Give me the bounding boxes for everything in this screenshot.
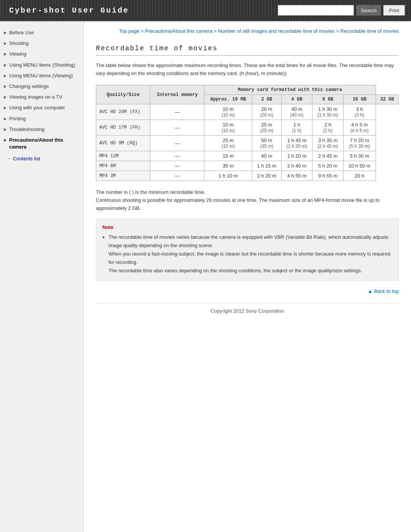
table-row: AVC HD 17M (FH)—10 m(10 m)25 m(25 m)1 h(… <box>96 120 399 136</box>
title-divider <box>96 55 399 56</box>
table-cell-internal: — <box>150 151 204 161</box>
table-cell-gb32: 3 h(3 h) <box>343 104 376 120</box>
table-cell-gb8: 40 m(40 m) <box>281 104 312 120</box>
table-row: MP4 6M—35 m1 h 15 m2 h 40 m5 h 20 m10 h … <box>96 161 399 171</box>
page-description: The table below shows the approximate ma… <box>96 62 399 78</box>
sidebar-item-shooting[interactable]: ▶ Shooting <box>0 38 83 49</box>
table-cell-quality: AVC HD 24M (FX) <box>96 104 150 120</box>
table-cell-gb16: 2 h 45 m <box>312 151 343 161</box>
sidebar-item-label: Viewing images on a TV <box>9 94 62 101</box>
search-button[interactable]: Search <box>356 5 381 16</box>
sidebar-item-computer[interactable]: ▶ Using with your computer <box>0 102 83 113</box>
arrow-icon: ▶ <box>4 105 7 110</box>
arrow-icon: ▶ <box>4 73 7 78</box>
table-row: AVC HD 9M (HQ)—25 m(15 m)50 m(35 m)1 h 4… <box>96 136 399 151</box>
footer-note-1: The number in ( ) is the minimum recorda… <box>96 189 399 197</box>
sidebar-item-label: Viewing <box>9 51 26 58</box>
copyright: Copyright 2012 Sony Corporation <box>96 303 399 314</box>
sidebar-item-label: Shooting <box>9 40 29 47</box>
note-content: The recordable time of movies varies bec… <box>102 233 392 275</box>
sidebar-item-before-use[interactable]: ▶ Before Use <box>0 27 83 38</box>
sidebar-item-viewing[interactable]: ▶ Viewing <box>0 49 83 59</box>
table-cell-gb16: 2 h(2 h) <box>312 120 343 136</box>
note-box: Note The recordable time of movies varie… <box>96 219 399 281</box>
table-cell-internal: — <box>150 120 204 136</box>
arrow-icon: ▶ <box>4 127 7 132</box>
table-cell-internal: — <box>150 104 204 120</box>
sidebar-item-precautions[interactable]: ▶ Precautions/About this camera <box>0 135 83 152</box>
table-cell-gb16: 9 h 55 m <box>312 171 343 181</box>
table-cell-gb4: 20 m(20 m) <box>252 104 281 120</box>
sidebar-item-label: Using MENU items (Viewing) <box>9 72 73 79</box>
sidebar-item-printing[interactable]: ▶ Printing <box>0 113 83 124</box>
table-cell-gb8: 2 h 40 m <box>281 161 312 171</box>
main-layout: ▶ Before Use ▶ Shooting ▶ Viewing ▶ Usin… <box>0 21 411 532</box>
table-cell-gb32: 7 h 20 m(5 h 30 m) <box>343 136 376 151</box>
footer-note-2: Continuous shooting is possible for appr… <box>96 197 399 212</box>
arrow-icon: ▶ <box>4 41 7 46</box>
header-controls: Search Print <box>278 5 411 16</box>
breadcrumb-precautions[interactable]: Precautions/About this camera <box>145 28 212 34</box>
sidebar-item-label: Using MENU items (Shooting) <box>9 62 75 69</box>
arrow-icon: ▶ <box>4 94 7 100</box>
sidebar-item-label: Troubleshooting <box>9 126 45 133</box>
arrow-icon: ▶ <box>4 62 7 68</box>
table-cell-gb4: 50 m(35 m) <box>252 136 281 151</box>
arrow-icon: ▶ <box>4 116 7 121</box>
back-to-top-link[interactable]: ▲ Back to top <box>368 288 399 294</box>
sidebar-item-changing-settings[interactable]: ▶ Changing settings <box>0 81 83 92</box>
arrow-right-icon: → <box>6 155 11 161</box>
note-bullet-1: The recordable time of movies varies bec… <box>102 233 392 275</box>
arrow-icon: ▶ <box>4 51 7 57</box>
table-cell-gb2: 25 m(15 m) <box>204 136 252 151</box>
content-area: Top page > Precautions/About this camera… <box>84 21 411 532</box>
table-cell-quality: MP4 3M <box>96 171 150 181</box>
page-title: Recordable time of movies <box>96 45 399 52</box>
sidebar-item-troubleshooting[interactable]: ▶ Troubleshooting <box>0 124 83 135</box>
sidebar: ▶ Before Use ▶ Shooting ▶ Viewing ▶ Usin… <box>0 21 84 532</box>
table-cell-quality: MP4 12M <box>96 151 150 161</box>
recordable-time-table: Quality/Size Internal memory Memory card… <box>96 85 399 181</box>
col-header-4gb: 4 GB <box>281 95 312 104</box>
sidebar-item-label: Using with your computer <box>9 104 65 111</box>
table-cell-internal: — <box>150 171 204 181</box>
sidebar-item-menu-shooting[interactable]: ▶ Using MENU items (Shooting) <box>0 60 83 70</box>
sidebar-item-viewing-tv[interactable]: ▶ Viewing images on a TV <box>0 92 83 102</box>
table-body: AVC HD 24M (FX)—10 m(10 m)20 m(20 m)40 m… <box>96 104 399 181</box>
breadcrumb: Top page > Precautions/About this camera… <box>96 27 399 35</box>
contents-list-link[interactable]: → Contents list <box>0 152 83 161</box>
search-input[interactable] <box>278 5 354 16</box>
table-cell-gb16: 1 h 30 m(1 h 30 m) <box>312 104 343 120</box>
table-cell-gb32: 4 h 5 m(4 h 5 m) <box>343 120 376 136</box>
table-cell-gb32: 5 h 30 m <box>343 151 376 161</box>
table-cell-gb2: 1 h 10 m <box>204 171 252 181</box>
sidebar-item-label: Printing <box>9 115 26 122</box>
site-title: Cyber-shot User Guide <box>0 6 129 15</box>
header: Cyber-shot User Guide Search Print <box>0 0 411 21</box>
col-header-16gb: 16 GB <box>343 95 376 104</box>
back-to-top: ▲ Back to top <box>96 288 399 294</box>
table-cell-quality: AVC HD 17M (FH) <box>96 120 150 136</box>
table-cell-quality: MP4 6M <box>96 161 150 171</box>
back-to-top-label: Back to top <box>374 288 399 294</box>
col-header-internal: Internal memory <box>150 85 204 104</box>
footer-notes: The number in ( ) is the minimum recorda… <box>96 189 399 212</box>
sidebar-item-menu-viewing[interactable]: ▶ Using MENU items (Viewing) <box>0 70 83 81</box>
table-cell-gb32: 10 h 50 m <box>343 161 376 171</box>
col-header-2gb: 2 GB <box>252 95 281 104</box>
note-title: Note <box>102 224 392 230</box>
table-cell-gb4: 25 m(25 m) <box>252 120 281 136</box>
contents-list-label: Contents list <box>13 156 40 161</box>
table-cell-gb4: 2 h 20 m <box>252 171 281 181</box>
col-header-32gb: 32 GB <box>376 95 398 104</box>
table-cell-gb2: 35 m <box>204 161 252 171</box>
table-cell-gb8: 1 h(1 h) <box>281 120 312 136</box>
breadcrumb-recordable[interactable]: Recordable time of movies <box>340 28 399 34</box>
table-cell-internal: — <box>150 136 204 151</box>
breadcrumb-top[interactable]: Top page <box>119 28 140 34</box>
sidebar-item-label: Precautions/About this camera <box>9 137 79 150</box>
back-to-top-icon: ▲ <box>368 288 373 294</box>
table-cell-gb2: 10 m(10 m) <box>204 104 252 120</box>
print-button[interactable]: Print <box>383 5 405 16</box>
breadcrumb-number[interactable]: Number of still images and recordable ti… <box>218 28 335 34</box>
